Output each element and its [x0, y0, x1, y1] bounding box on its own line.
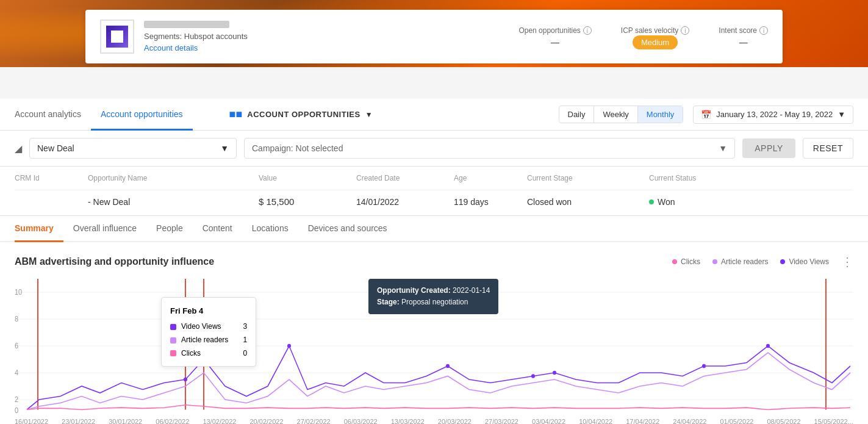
tooltip-row-clicks: Clicks 0 — [170, 347, 247, 361]
cell-current-stage: Closed won — [527, 196, 649, 207]
tooltip-stage-line: Stage: Proposal negotiation — [377, 296, 490, 308]
x-label-13: 17/04/2022 — [626, 418, 659, 424]
tooltip-readers-label: Article readers — [181, 334, 228, 347]
account-name-block: Segments: Hubspot accounts Account detai… — [144, 21, 248, 53]
tooltip-stage-value: Proposal negotiation — [401, 298, 468, 306]
legend-article-readers: Article readers — [712, 257, 768, 266]
legend-video-views: Video Views — [780, 257, 829, 266]
col-header-crm-id: CRM Id — [15, 174, 88, 182]
status-text: Won — [658, 197, 675, 207]
cell-created-date: 14/01/2022 — [356, 196, 454, 207]
tooltip-views-label: Video Views — [181, 320, 221, 334]
tab-account-analytics[interactable]: Account analytics — [15, 99, 91, 131]
x-label-12: 10/04/2022 — [579, 418, 612, 424]
account-details-link[interactable]: Account details — [144, 43, 198, 52]
apply-button[interactable]: APPLY — [742, 138, 795, 158]
x-label-16: 08/05/2022 — [767, 418, 801, 424]
opportunity-tooltip: Opportunity Created: 2022-01-14 Stage: P… — [368, 279, 498, 314]
x-label-2: 30/01/2022 — [109, 418, 142, 424]
metric-icp-value: Medium — [621, 37, 689, 47]
x-label-9: 20/03/2022 — [438, 418, 472, 424]
svg-text:0: 0 — [15, 407, 18, 415]
legend-readers-label: Article readers — [721, 257, 768, 266]
tooltip-clicks-value: 0 — [233, 347, 247, 361]
metric-open-opportunities: Open opportunities i — — [518, 26, 591, 47]
chart-legend: Clicks Article readers Video Views — [672, 257, 829, 266]
video-views-line — [27, 346, 850, 410]
tooltip-views-value: 3 — [233, 320, 247, 334]
monthly-button[interactable]: Monthly — [638, 106, 683, 123]
chart-header: ABM advertising and opportunity influenc… — [15, 254, 853, 269]
x-label-7: 06/03/2022 — [344, 418, 378, 424]
sub-tab-overall[interactable]: Overall influence — [63, 216, 146, 242]
account-card: Segments: Hubspot accounts Account detai… — [85, 10, 783, 63]
svg-text:4: 4 — [15, 369, 19, 377]
metric-intent-score: Intent score i — — [719, 26, 768, 47]
weekly-button[interactable]: Weekly — [594, 106, 637, 123]
status-dot — [649, 199, 654, 204]
cell-crm-id — [15, 196, 88, 207]
tooltip-clicks-dot — [170, 350, 176, 356]
cell-opp-name: - New Deal — [88, 196, 259, 207]
x-label-11: 03/04/2022 — [532, 418, 565, 424]
chart-more-icon[interactable]: ⋮ — [841, 254, 853, 269]
opportunities-icon: ■■ — [229, 108, 243, 121]
deal-filter-value: New Deal — [37, 143, 74, 153]
x-label-0: 16/01/2022 — [15, 418, 48, 424]
x-label-5: 20/02/2022 — [249, 418, 283, 424]
col-header-value: Value — [259, 174, 356, 182]
sub-tab-content[interactable]: Content — [193, 216, 242, 242]
filter-icon[interactable]: ◢ — [15, 143, 22, 154]
svg-text:2: 2 — [15, 396, 18, 404]
tooltip-row-readers: Article readers 1 — [170, 334, 247, 347]
info-icon-intent[interactable]: i — [759, 26, 768, 35]
account-name-placeholder — [144, 21, 229, 28]
sub-tab-summary[interactable]: Summary — [15, 216, 63, 242]
cell-age: 119 days — [454, 196, 527, 207]
x-label-17: 15/05/2022... — [814, 418, 853, 424]
info-icon-open-opp[interactable]: i — [583, 26, 592, 35]
tooltip-views-dot — [170, 324, 176, 330]
main-nav-tabs: Account analytics Account opportunities — [15, 99, 193, 130]
svg-point-16 — [766, 344, 770, 348]
tab-account-opportunities[interactable]: Account opportunities — [91, 99, 193, 131]
svg-text:8: 8 — [15, 315, 18, 323]
info-icon-icp[interactable]: i — [681, 26, 689, 35]
svg-text:10: 10 — [15, 289, 22, 296]
sub-tab-devices[interactable]: Devices and sources — [298, 216, 397, 242]
daily-button[interactable]: Daily — [559, 106, 595, 123]
x-label-1: 23/01/2022 — [62, 418, 95, 424]
logo-graphic — [106, 26, 128, 48]
tooltip-row-views: Video Views 3 — [170, 320, 247, 334]
legend-views-label: Video Views — [789, 257, 829, 266]
views-dot — [780, 259, 785, 264]
campaign-filter-select[interactable]: Campaign: Not selected ▼ — [244, 138, 735, 159]
chevron-down-icon[interactable]: ▼ — [365, 110, 373, 119]
nav-center-title: ACCOUNT OPPORTUNITIES — [247, 110, 360, 119]
metric-intent-label: Intent score i — [719, 26, 768, 35]
date-range-text: January 13, 2022 - May 19, 2022 — [716, 110, 833, 119]
svg-point-17 — [446, 364, 450, 368]
tooltip-readers-dot — [170, 337, 176, 343]
hover-tooltip: Fri Feb 4 Video Views 3 Article readers … — [161, 297, 256, 367]
sub-tab-people[interactable]: People — [146, 216, 193, 242]
date-range-button[interactable]: 📅 January 13, 2022 - May 19, 2022 ▼ — [693, 106, 853, 124]
sub-tab-locations[interactable]: Locations — [242, 216, 298, 242]
tooltip-clicks-label: Clicks — [181, 347, 201, 361]
filter-bar: ◢ New Deal ▼ Campaign: Not selected ▼ AP… — [0, 131, 868, 167]
account-metrics: Open opportunities i — ICP sales velocit… — [518, 26, 768, 47]
nav-right: Daily Weekly Monthly 📅 January 13, 2022 … — [559, 106, 854, 124]
account-segment: Segments: Hubspot accounts — [144, 32, 248, 41]
table-row: - New Deal $ 15,500 14/01/2022 119 days … — [15, 190, 853, 215]
metric-icp-sales: ICP sales velocity i Medium — [621, 26, 689, 47]
date-range-chevron: ▼ — [838, 110, 845, 119]
reset-button[interactable]: RESET — [803, 138, 853, 159]
tooltip-opportunity-line1: Opportunity Created: 2022-01-14 — [377, 285, 490, 296]
deal-filter-select[interactable]: New Deal ▼ — [29, 138, 237, 159]
col-header-age: Age — [454, 174, 527, 182]
col-header-opp-name: Opportunity Name — [88, 174, 259, 182]
article-readers-line — [27, 353, 850, 410]
clicks-line — [27, 405, 850, 410]
tooltip-stage-label: Stage: — [377, 298, 400, 306]
x-label-8: 13/03/2022 — [391, 418, 425, 424]
